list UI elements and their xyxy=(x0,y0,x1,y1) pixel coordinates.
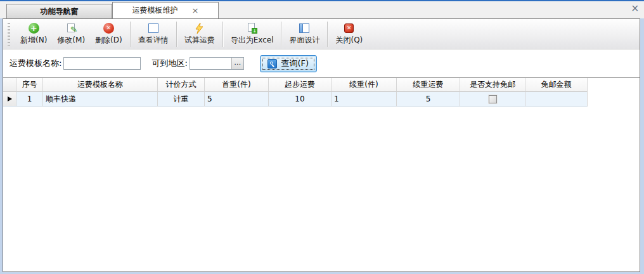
delete-button[interactable]: ✕ 删除(D) xyxy=(90,20,127,48)
template-name-input[interactable] xyxy=(63,57,141,70)
column-header-first-weight[interactable]: 首重(件) xyxy=(205,78,269,92)
free-shipping-checkbox[interactable] xyxy=(489,95,497,103)
tab-label: 运费模板维护 xyxy=(132,5,178,16)
column-header-added-weight[interactable]: 续重(件) xyxy=(332,78,397,92)
column-header-added-fee[interactable]: 续重运费 xyxy=(397,78,460,92)
ui-design-button[interactable]: 界面设计 xyxy=(284,20,325,48)
toolbar: + 新增(N) ✎ 修改(M) ✕ 删除(D) 查看详情 试算运 xyxy=(3,19,640,49)
add-icon: + xyxy=(29,23,39,34)
column-header-seq[interactable]: 序号 xyxy=(16,78,43,92)
export-excel-button[interactable]: ↓ 导出为Excel xyxy=(226,20,279,48)
column-header-free-amount[interactable]: 免邮金额 xyxy=(525,78,588,92)
tab-strip: 功能导航窗 运费模板维护 × × xyxy=(0,1,644,18)
cell-free-shipping xyxy=(460,92,525,107)
data-grid: 序号 运费模板名称 计价方式 首重(件) 起步运费 续重(件) 续重运费 是否支… xyxy=(3,77,640,271)
view-details-icon xyxy=(148,23,158,34)
search-icon xyxy=(267,59,277,68)
export-excel-button-label: 导出为Excel xyxy=(231,35,274,46)
edit-icon: ✎ xyxy=(66,23,77,34)
tab-freight-template-maintenance[interactable]: 运费模板维护 × xyxy=(112,2,219,18)
lightning-icon xyxy=(194,23,205,34)
column-header-template-name[interactable]: 运费模板名称 xyxy=(43,78,158,92)
cell-base-fee: 10 xyxy=(269,92,332,107)
grid-header-row: 序号 运费模板名称 计价方式 首重(件) 起步运费 续重(件) 续重运费 是否支… xyxy=(3,78,588,92)
delete-icon: ✕ xyxy=(103,23,114,34)
app-window: 功能导航窗 运费模板维护 × × + 新增(N) ✎ 修改(M) ✕ 删除(D) xyxy=(0,0,644,274)
search-bar: 运费模板名称: 可到地区: … 查询(F) xyxy=(3,49,640,77)
cell-added-weight: 1 xyxy=(332,92,397,107)
cell-template-name: 顺丰快递 xyxy=(43,92,158,107)
region-browse-button[interactable]: … xyxy=(231,58,243,69)
add-button[interactable]: + 新增(N) xyxy=(15,20,52,48)
region-label: 可到地区: xyxy=(151,58,187,69)
column-header-pricing-method[interactable]: 计价方式 xyxy=(158,78,205,92)
region-input[interactable] xyxy=(190,58,231,69)
close-red-icon: ✕ xyxy=(344,23,354,34)
cell-free-amount xyxy=(525,92,588,107)
close-button[interactable]: ✕ 关闭(Q) xyxy=(330,20,368,48)
ui-design-button-label: 界面设计 xyxy=(289,35,319,46)
calc-freight-button-label: 试算运费 xyxy=(184,35,215,46)
export-excel-icon: ↓ xyxy=(247,23,257,34)
calc-freight-button[interactable]: 试算运费 xyxy=(179,20,220,48)
tab-label: 功能导航窗 xyxy=(41,6,79,17)
close-button-label: 关闭(Q) xyxy=(335,35,363,46)
delete-button-label: 删除(D) xyxy=(95,35,122,46)
toolbar-separator xyxy=(130,22,131,47)
view-details-button[interactable]: 查看详情 xyxy=(133,20,174,48)
modify-button-label: 修改(M) xyxy=(57,35,85,46)
query-button[interactable]: 查询(F) xyxy=(260,55,317,72)
table-row[interactable]: 1 顺丰快递 计重 5 10 1 5 xyxy=(3,92,588,107)
window-close-icon[interactable]: × xyxy=(631,4,639,13)
toolbar-grip-handle[interactable] xyxy=(8,23,10,46)
tab-function-navigation[interactable]: 功能导航窗 xyxy=(6,4,112,18)
cell-first-weight: 5 xyxy=(205,92,269,107)
view-details-button-label: 查看详情 xyxy=(138,35,169,46)
cell-pricing-method: 计重 xyxy=(158,92,205,107)
ui-design-icon xyxy=(299,23,310,34)
query-button-label: 查询(F) xyxy=(281,58,309,69)
cell-seq: 1 xyxy=(16,92,43,107)
current-row-arrow-icon xyxy=(8,96,12,101)
row-selector-header xyxy=(3,78,16,92)
cell-added-fee: 5 xyxy=(397,92,460,107)
tab-close-icon[interactable]: × xyxy=(192,6,199,15)
region-combo: … xyxy=(190,57,244,70)
toolbar-separator xyxy=(281,22,281,47)
toolbar-separator xyxy=(176,22,177,47)
column-header-base-fee[interactable]: 起步运费 xyxy=(269,78,332,92)
toolbar-separator xyxy=(222,22,223,47)
content-panel: + 新增(N) ✎ 修改(M) ✕ 删除(D) 查看详情 试算运 xyxy=(3,18,640,272)
modify-button[interactable]: ✎ 修改(M) xyxy=(52,20,90,48)
column-header-free-shipping[interactable]: 是否支持免邮 xyxy=(460,78,525,92)
add-button-label: 新增(N) xyxy=(20,35,47,46)
toolbar-separator xyxy=(327,22,328,47)
template-name-label: 运费模板名称: xyxy=(10,58,61,69)
row-selector-cell[interactable] xyxy=(3,92,16,107)
